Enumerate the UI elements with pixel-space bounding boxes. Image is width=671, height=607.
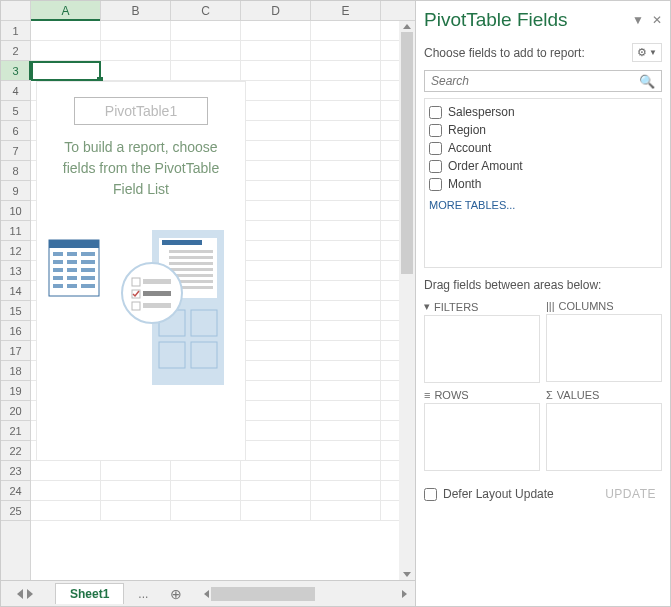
row-header-3[interactable]: 3 <box>1 61 30 81</box>
field-checkbox[interactable] <box>429 178 442 191</box>
row-header-5[interactable]: 5 <box>1 101 30 121</box>
cell[interactable] <box>311 341 381 361</box>
row-header-8[interactable]: 8 <box>1 161 30 181</box>
cell[interactable] <box>101 61 171 81</box>
tab-new-sheet[interactable]: ⊕ <box>162 586 190 602</box>
cell[interactable] <box>241 401 311 421</box>
field-item-month[interactable]: Month <box>429 175 657 193</box>
row-header-2[interactable]: 2 <box>1 41 30 61</box>
cell[interactable] <box>31 61 101 81</box>
field-item-region[interactable]: Region <box>429 121 657 139</box>
cell[interactable] <box>171 21 241 41</box>
col-header-a[interactable]: A <box>31 1 101 20</box>
select-all-corner[interactable] <box>1 1 31 20</box>
cell[interactable] <box>311 441 381 461</box>
cell[interactable] <box>241 21 311 41</box>
row-header-19[interactable]: 19 <box>1 381 30 401</box>
row-header-1[interactable]: 1 <box>1 21 30 41</box>
col-header-b[interactable]: B <box>101 1 171 20</box>
cell[interactable] <box>311 41 381 61</box>
cell[interactable] <box>171 481 241 501</box>
row-header-12[interactable]: 12 <box>1 241 30 261</box>
cell[interactable] <box>241 481 311 501</box>
cell[interactable] <box>311 281 381 301</box>
cell[interactable] <box>311 461 381 481</box>
filters-dropzone[interactable] <box>424 315 540 383</box>
columns-dropzone[interactable] <box>546 314 662 382</box>
cell[interactable] <box>311 241 381 261</box>
row-header-18[interactable]: 18 <box>1 361 30 381</box>
cell[interactable] <box>241 341 311 361</box>
pane-dropdown-icon[interactable]: ▼ <box>632 13 644 27</box>
row-header-9[interactable]: 9 <box>1 181 30 201</box>
cell[interactable] <box>101 461 171 481</box>
field-checkbox[interactable] <box>429 160 442 173</box>
cell[interactable] <box>241 61 311 81</box>
cell[interactable] <box>311 61 381 81</box>
scroll-right-icon[interactable] <box>402 590 407 598</box>
row-header-7[interactable]: 7 <box>1 141 30 161</box>
cell[interactable] <box>241 281 311 301</box>
cell[interactable] <box>311 181 381 201</box>
cell[interactable] <box>311 481 381 501</box>
cell[interactable] <box>311 101 381 121</box>
row-header-4[interactable]: 4 <box>1 81 30 101</box>
cell[interactable] <box>241 141 311 161</box>
row-header-21[interactable]: 21 <box>1 421 30 441</box>
cell[interactable] <box>311 301 381 321</box>
cell[interactable] <box>311 141 381 161</box>
scroll-down-icon[interactable] <box>403 572 411 577</box>
cell[interactable] <box>311 381 381 401</box>
defer-layout-checkbox[interactable]: Defer Layout Update <box>424 487 554 501</box>
cell[interactable] <box>171 41 241 61</box>
scroll-up-icon[interactable] <box>403 24 411 29</box>
cell[interactable] <box>311 161 381 181</box>
cell[interactable] <box>241 421 311 441</box>
cell[interactable] <box>241 361 311 381</box>
cell[interactable] <box>241 501 311 521</box>
cell[interactable] <box>311 21 381 41</box>
cell[interactable] <box>241 321 311 341</box>
cell[interactable] <box>31 21 101 41</box>
row-header-10[interactable]: 10 <box>1 201 30 221</box>
cell[interactable] <box>241 81 311 101</box>
cell[interactable] <box>171 501 241 521</box>
row-header-24[interactable]: 24 <box>1 481 30 501</box>
col-header-d[interactable]: D <box>241 1 311 20</box>
cell[interactable] <box>311 361 381 381</box>
cell[interactable] <box>311 261 381 281</box>
cell[interactable] <box>311 121 381 141</box>
row-header-20[interactable]: 20 <box>1 401 30 421</box>
cell[interactable] <box>241 41 311 61</box>
horizontal-scroll-thumb[interactable] <box>211 587 315 601</box>
horizontal-scrollbar[interactable] <box>204 587 407 601</box>
cell[interactable] <box>241 121 311 141</box>
field-item-salesperson[interactable]: Salesperson <box>429 103 657 121</box>
cell[interactable] <box>101 501 171 521</box>
cell[interactable] <box>31 461 101 481</box>
row-header-16[interactable]: 16 <box>1 321 30 341</box>
cell[interactable] <box>241 201 311 221</box>
field-checkbox[interactable] <box>429 142 442 155</box>
row-header-17[interactable]: 17 <box>1 341 30 361</box>
cell[interactable] <box>241 181 311 201</box>
scroll-left-icon[interactable] <box>204 590 209 598</box>
pivottable-placeholder[interactable]: PivotTable1 To build a report, choose fi… <box>36 81 246 461</box>
cell[interactable] <box>31 41 101 61</box>
field-list-settings-button[interactable]: ⚙▼ <box>632 43 662 62</box>
row-header-25[interactable]: 25 <box>1 501 30 521</box>
vertical-scrollbar[interactable] <box>399 21 415 580</box>
row-header-14[interactable]: 14 <box>1 281 30 301</box>
cell[interactable] <box>311 421 381 441</box>
cell[interactable] <box>241 241 311 261</box>
pane-close-icon[interactable]: ✕ <box>652 13 662 27</box>
cell[interactable] <box>101 41 171 61</box>
tab-nav-next-icon[interactable] <box>27 589 41 599</box>
cell[interactable] <box>311 201 381 221</box>
cell[interactable] <box>241 161 311 181</box>
col-header-e[interactable]: E <box>311 1 381 20</box>
search-icon[interactable]: 🔍 <box>633 74 661 89</box>
cell[interactable] <box>171 461 241 481</box>
cell[interactable] <box>101 21 171 41</box>
tab-more[interactable]: ... <box>128 584 158 604</box>
